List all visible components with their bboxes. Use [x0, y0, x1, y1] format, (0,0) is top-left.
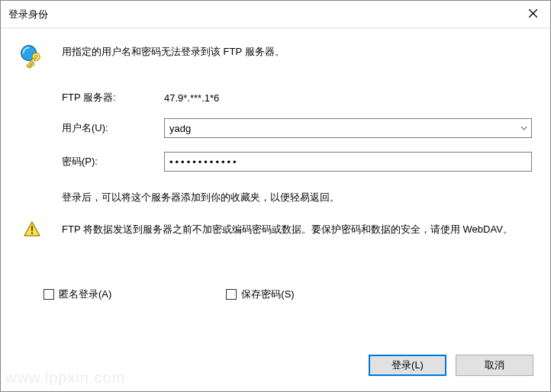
key-icon — [19, 43, 47, 71]
error-message: 用指定的用户名和密码无法登录到该 FTP 服务器。 — [62, 43, 532, 74]
close-icon — [529, 8, 537, 20]
close-button[interactable] — [515, 1, 550, 28]
server-value: 47.9*.***.1*6 — [164, 92, 219, 104]
login-button[interactable]: 登录(L) — [369, 355, 446, 376]
checkbox-box — [226, 289, 237, 300]
cancel-button-label: 取消 — [485, 358, 504, 372]
svg-rect-10 — [31, 232, 33, 233]
security-warning: FTP 将数据发送到服务器之前不加密或编码密码或数据。要保护密码和数据的安全，请… — [62, 221, 532, 238]
anonymous-login-label: 匿名登录(A) — [59, 288, 111, 301]
watermark: www.lppxin.com — [5, 369, 125, 387]
window-title: 登录身份 — [8, 8, 48, 21]
username-combobox[interactable] — [164, 118, 532, 138]
cancel-button[interactable]: 取消 — [456, 355, 533, 376]
login-button-label: 登录(L) — [392, 358, 424, 372]
username-label: 用户名(U): — [62, 121, 164, 135]
save-password-checkbox[interactable]: 保存密码(S) — [226, 288, 294, 301]
password-label: 密码(P): — [62, 155, 164, 169]
warning-icon — [24, 221, 40, 239]
anonymous-login-checkbox[interactable]: 匿名登录(A) — [44, 288, 111, 301]
password-input[interactable] — [164, 152, 532, 172]
save-password-label: 保存密码(S) — [241, 288, 294, 301]
server-label: FTP 服务器: — [62, 91, 164, 104]
info-text: 登录后，可以将这个服务器添加到你的收藏夹，以便轻易返回。 — [44, 190, 550, 206]
svg-rect-7 — [29, 65, 32, 68]
titlebar: 登录身份 — [1, 1, 550, 28]
checkbox-box — [44, 289, 54, 300]
username-input[interactable] — [164, 118, 532, 138]
svg-rect-6 — [31, 63, 34, 66]
svg-rect-9 — [31, 226, 33, 230]
